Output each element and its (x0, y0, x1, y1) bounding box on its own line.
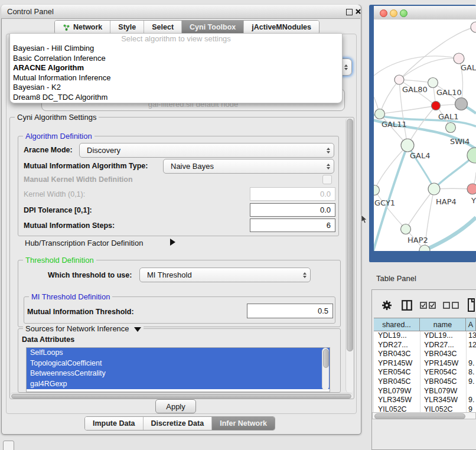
dpi-tolerance-field[interactable]: 0.0 (250, 203, 335, 217)
network-edge[interactable] (380, 80, 399, 114)
mi-type-combo[interactable]: Naive Bayes (163, 159, 334, 174)
apply-button[interactable]: Apply (155, 399, 196, 413)
hub-definition-label[interactable]: Hub/Transcription Factor Definition (25, 239, 143, 247)
attribute-item[interactable]: BetweennessCentrality (27, 369, 330, 379)
network-node-node-salmon[interactable] (467, 184, 476, 194)
kernel-width-label: Kernel Width (0,1): (24, 190, 85, 198)
network-node-GAL80[interactable] (395, 75, 404, 84)
panel-corner-button[interactable] (3, 441, 14, 450)
zoom-traffic-light-icon[interactable] (400, 9, 407, 17)
columns-icon[interactable] (402, 300, 412, 311)
group-title: Algorithm Definition (23, 132, 94, 141)
data-attributes-list[interactable]: SelfLoopsTopologicalCoefficientBetweenne… (26, 347, 330, 392)
network-window-titlebar[interactable] (374, 6, 476, 20)
network-node-GCY1[interactable] (374, 185, 380, 195)
table-row[interactable]: YDR27...YDR27...12 (374, 341, 476, 350)
node-label: HAP4 (436, 197, 457, 206)
expand-arrow-icon[interactable] (170, 239, 175, 246)
settings-horizontal-scrollbar[interactable] (10, 393, 353, 399)
network-node-node-partial-top-right[interactable] (471, 22, 476, 32)
mi-threshold-field[interactable]: 0.5 (247, 304, 333, 318)
new-table-icon[interactable] (467, 298, 476, 312)
network-edge[interactable] (406, 189, 434, 229)
attribute-item[interactable]: SelfLoops (27, 348, 330, 358)
collapse-arrow-icon[interactable] (134, 327, 141, 332)
control-panel-titlebar[interactable] (1, 5, 360, 19)
tab-network[interactable]: Network (55, 21, 110, 34)
table-row[interactable]: YBR043CYBR043C (374, 350, 476, 359)
network-node-GAL10[interactable] (428, 78, 438, 88)
attributes-list-scrollbar[interactable] (322, 348, 329, 390)
table-cell: YDR27... (374, 341, 420, 350)
combo-arrows-icon (344, 64, 348, 70)
tab-label: Impute Data (93, 419, 135, 428)
network-node-node-gal-pink[interactable] (454, 53, 464, 64)
dropdown-item[interactable]: Dream8 DC_TDC Algorithm (10, 93, 342, 103)
attribute-item[interactable]: TopologicalCoefficient (27, 358, 330, 369)
group-title: Threshold Definition (23, 256, 96, 265)
kernel-width-field[interactable]: 0.0 (250, 187, 335, 201)
network-node-HAP2[interactable] (401, 224, 411, 234)
tab-cyni-toolbox[interactable]: Cyni Toolbox (182, 21, 244, 34)
which-threshold-combo[interactable]: MI Threshold (139, 268, 311, 282)
network-edge[interactable] (407, 106, 436, 145)
dropdown-item[interactable]: Bayesian - K2 (10, 83, 342, 93)
tab-select[interactable]: Select (144, 21, 182, 34)
deselect-all-checkboxes-icon[interactable] (443, 302, 459, 309)
network-edge[interactable] (374, 145, 407, 190)
table-row[interactable]: YBL079WYBL079W (374, 387, 476, 396)
network-canvas[interactable]: GALGAL80GAL10GAL1GAL11SWI4GAL4GCY1HAP4YH… (374, 19, 476, 251)
network-icon (63, 24, 70, 31)
network-node-GAL4[interactable] (401, 139, 414, 152)
tab-discretize-data[interactable]: Discretize Data (144, 417, 213, 430)
network-edge[interactable] (374, 56, 459, 76)
dropdown-item[interactable]: ARACNE Algorithm (10, 63, 342, 73)
table-row[interactable]: YDL19...YDL19...13 (374, 331, 476, 341)
table-horizontal-scrollbar[interactable] (372, 412, 476, 419)
attribute-item[interactable]: gal4RGexp (27, 379, 330, 390)
network-node-GAL1[interactable] (432, 102, 441, 110)
column-header[interactable]: name (420, 318, 466, 331)
column-header[interactable]: A (466, 318, 476, 331)
gear-icon[interactable] (382, 300, 392, 311)
float-window-icon[interactable] (346, 9, 353, 15)
network-node-HAP4[interactable] (428, 183, 440, 195)
close-icon[interactable] (355, 8, 361, 15)
network-edge[interactable] (399, 58, 459, 80)
minimize-traffic-light-icon[interactable] (390, 9, 397, 17)
table-row[interactable]: YPR145WYPR145W9. (374, 359, 476, 369)
network-node-node-gray[interactable] (455, 98, 468, 110)
table-cell: 12 (466, 341, 476, 350)
network-node-GAL11[interactable] (375, 109, 385, 119)
table-cell: YLR345W (420, 396, 466, 405)
network-node-SWI4[interactable] (446, 123, 456, 133)
mi-steps-field[interactable]: 6 (250, 219, 335, 232)
table-cell: 9. (466, 396, 476, 405)
aracne-mode-combo[interactable]: Discovery (79, 143, 334, 158)
close-traffic-light-icon[interactable] (380, 9, 387, 17)
column-header[interactable]: shared... (374, 318, 420, 331)
select-all-checkboxes-icon[interactable] (420, 302, 436, 309)
dropdown-item[interactable]: Basic Correlation Inference (10, 54, 342, 64)
aracne-mode-value: Discovery (87, 146, 120, 155)
node-label: GAL80 (402, 85, 428, 94)
table-cell: YBR045C (420, 377, 466, 387)
tab-impute-data[interactable]: Impute Data (85, 417, 144, 430)
tab-infer-network[interactable]: Infer Network (212, 417, 275, 430)
tab-jactivemnodules[interactable]: jActiveMNodules (244, 21, 319, 34)
tab-style[interactable]: Style (110, 21, 144, 34)
dropdown-item[interactable]: Bayesian - Hill Climbing (10, 44, 342, 54)
table-row[interactable]: YIL052CYIL052C9 (374, 405, 476, 412)
table-row[interactable]: YER054CYER054C8. (374, 368, 476, 377)
dropdown-item[interactable]: Mutual Information Inference (10, 73, 342, 83)
manual-kernel-checkbox[interactable] (322, 175, 332, 184)
table-row[interactable]: YLR345WYLR345W9. (374, 396, 476, 405)
node-label: GAL1 (438, 112, 458, 121)
mi-steps-label: Mutual Information Steps: (24, 221, 115, 230)
table-cell: 9. (466, 377, 476, 387)
table-row[interactable]: YBR045CYBR045C9. (374, 377, 476, 387)
network-edge[interactable] (380, 106, 436, 114)
node-label: GAL10 (436, 88, 462, 97)
node-label: HAP2 (407, 236, 428, 244)
settings-vertical-scrollbar[interactable] (345, 118, 353, 393)
